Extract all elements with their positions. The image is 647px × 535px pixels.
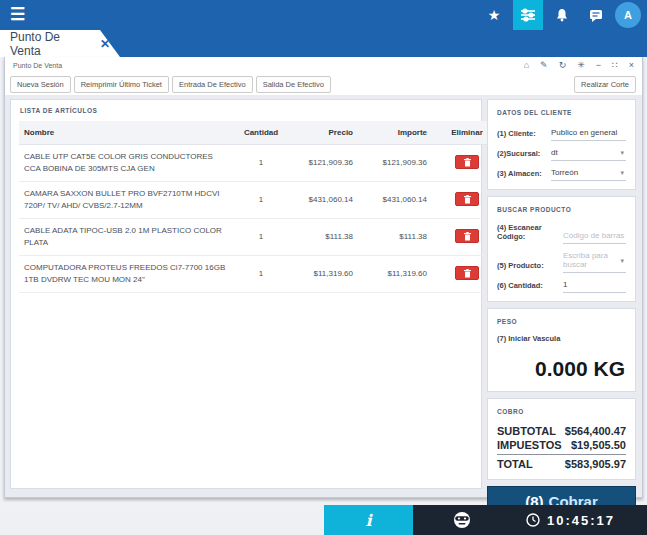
articles-table: Nombre Cantidad Precio Importe Eliminar … — [19, 121, 495, 293]
cell-nombre: CAMARA SAXXON BULLET PRO BVF2710TM HDCVI… — [19, 182, 231, 219]
almacen-value: Torreón — [551, 166, 620, 180]
cell-precio: $121,909.36 — [291, 145, 365, 182]
pin-icon[interactable]: ✎ — [540, 61, 548, 70]
cell-nombre: CABLE ADATA TIPOC-USB 2.0 1M PLASTICO CO… — [19, 219, 231, 256]
maximize-icon[interactable]: ∷ — [612, 61, 618, 70]
peso-title: PESO — [488, 311, 635, 330]
nueva-sesion-button[interactable]: Nueva Sesión — [10, 76, 71, 93]
table-row: CABLE ADATA TIPOC-USB 2.0 1M PLASTICO CO… — [19, 219, 495, 256]
favorites-star-icon[interactable]: ★ — [479, 0, 509, 30]
home-icon[interactable]: ⌂ — [524, 61, 529, 70]
col-header-cantidad: Cantidad — [231, 121, 291, 145]
minimize-icon[interactable]: − — [596, 61, 601, 70]
table-row: CAMARA SAXXON BULLET PRO BVF2710TM HDCVI… — [19, 182, 495, 219]
cell-importe: $431,060.14 — [365, 182, 439, 219]
cell-cantidad: 1 — [231, 219, 291, 256]
escanear-codigo-input[interactable] — [563, 229, 626, 243]
clock-time: 10:45:17 — [547, 513, 615, 528]
info-icon: i — [365, 511, 371, 530]
buscar-producto-card: BUSCAR PRODUCTO (4) Escanear Código: (5)… — [487, 196, 636, 302]
sucursal-label: (2)Sucursal: — [497, 149, 551, 161]
cell-precio: $111.38 — [291, 219, 365, 256]
content-area: LISTA DE ARTÍCULOS Nombre Cantidad Preci… — [5, 95, 642, 497]
table-row: CABLE UTP CAT5E COLOR GRIS CONDUCTORES C… — [19, 145, 495, 182]
col-header-importe: Importe — [365, 121, 439, 145]
clock-icon — [526, 513, 540, 527]
peso-card: PESO (7) Iniciar Vascula 0.000 KG — [487, 308, 636, 392]
realizar-corte-button[interactable]: Realizar Corte — [574, 76, 636, 93]
tab-punto-de-venta[interactable]: Punto De Venta ✕ — [0, 30, 120, 57]
bell-icon[interactable] — [547, 0, 577, 30]
cell-nombre: CABLE UTP CAT5E COLOR GRIS CONDUCTORES C… — [19, 145, 231, 182]
cell-importe: $111.38 — [365, 219, 439, 256]
buscar-producto-title: BUSCAR PRODUCTO — [488, 199, 635, 218]
cobro-card: COBRO SUBTOTAL $564,400.47 IMPUESTOS $19… — [487, 398, 636, 480]
toolbar: Nueva Sesión Reimprimir Último Ticket En… — [5, 73, 642, 95]
cliente-input[interactable] — [551, 126, 626, 140]
impuestos-value: $19,505.50 — [571, 439, 626, 451]
articles-title: LISTA DE ARTÍCULOS — [11, 100, 481, 119]
tab-label: Punto De Venta — [10, 30, 92, 58]
almacen-select[interactable]: Torreón ▾ — [551, 166, 626, 181]
assistant-face-icon[interactable] — [453, 511, 471, 529]
producto-placeholder: Escriba para buscar — [563, 249, 620, 272]
reimprimir-ticket-button[interactable]: Reimprimir Último Ticket — [74, 76, 169, 93]
chevron-down-icon: ▾ — [620, 149, 626, 157]
impuestos-label: IMPUESTOS — [497, 439, 562, 451]
trash-icon — [464, 232, 471, 241]
trash-icon — [464, 158, 471, 167]
articles-panel: LISTA DE ARTÍCULOS Nombre Cantidad Preci… — [10, 99, 482, 489]
cell-importe: $121,909.36 — [365, 145, 439, 182]
col-header-precio: Precio — [291, 121, 365, 145]
avatar[interactable]: A — [615, 2, 641, 28]
pos-window: Punto De Venta ⌂ ✎ ↻ ✳ − ∷ × Nueva Sesió… — [4, 57, 643, 498]
status-bar: i 10:45:17 — [0, 505, 647, 535]
producto-select[interactable]: Escriba para buscar ▾ — [563, 249, 626, 273]
cell-cantidad: 1 — [231, 182, 291, 219]
salida-efectivo-button[interactable]: Salida De Efectivo — [256, 76, 331, 93]
total-label: TOTAL — [497, 458, 533, 470]
peso-value: 0.000 KG — [488, 343, 635, 383]
status-bar-right: 10:45:17 — [413, 505, 647, 535]
menu-icon[interactable]: ☰ — [10, 4, 25, 25]
trash-icon — [464, 195, 471, 204]
cobro-title: COBRO — [488, 401, 635, 420]
sucursal-select[interactable]: dt ▾ — [551, 146, 626, 161]
producto-label: (5) Producto: — [497, 261, 563, 273]
almacen-label: (3) Almacen: — [497, 169, 551, 181]
col-header-nombre: Nombre — [19, 121, 231, 145]
cell-importe: $11,319.60 — [365, 256, 439, 293]
datos-cliente-title: DATOS DEL CLIENTE — [488, 102, 635, 121]
settings-icon[interactable]: ✳ — [577, 61, 585, 70]
trash-icon — [464, 269, 471, 278]
refresh-icon[interactable]: ↻ — [559, 61, 567, 70]
delete-item-button[interactable] — [455, 192, 479, 206]
total-value: $583,905.97 — [565, 458, 626, 470]
info-button[interactable]: i — [324, 505, 413, 535]
close-icon[interactable]: × — [629, 61, 634, 70]
delete-item-button[interactable] — [455, 155, 479, 169]
cell-nombre: COMPUTADORA PROTEUS FREEDOS Ci7-7700 16G… — [19, 256, 231, 293]
cell-precio: $11,319.60 — [291, 256, 365, 293]
datos-cliente-card: DATOS DEL CLIENTE (1) Cliente: (2)Sucurs… — [487, 99, 636, 190]
sucursal-value: dt — [551, 146, 620, 160]
subtotal-label: SUBTOTAL — [497, 425, 556, 437]
chat-icon[interactable] — [581, 0, 611, 30]
chevron-down-icon: ▾ — [620, 169, 626, 177]
cell-precio: $431,060.14 — [291, 182, 365, 219]
pos-app: ☰ ★ — [0, 0, 647, 535]
iniciar-vascula-button[interactable]: (7) Iniciar Vascula — [488, 330, 635, 343]
table-row: COMPUTADORA PROTEUS FREEDOS Ci7-7700 16G… — [19, 256, 495, 293]
cell-cantidad: 1 — [231, 256, 291, 293]
tab-close-icon[interactable]: ✕ — [100, 37, 110, 51]
cantidad-input[interactable] — [563, 278, 626, 292]
cliente-label: (1) Cliente: — [497, 129, 551, 141]
right-sidebar: DATOS DEL CLIENTE (1) Cliente: (2)Sucurs… — [487, 99, 636, 517]
cell-cantidad: 1 — [231, 145, 291, 182]
chevron-down-icon: ▾ — [620, 257, 626, 265]
entrada-efectivo-button[interactable]: Entrada De Efectivo — [172, 76, 253, 93]
delete-item-button[interactable] — [455, 229, 479, 243]
sliders-icon[interactable] — [513, 0, 543, 30]
subtotal-value: $564,400.47 — [565, 425, 626, 437]
delete-item-button[interactable] — [455, 266, 479, 280]
